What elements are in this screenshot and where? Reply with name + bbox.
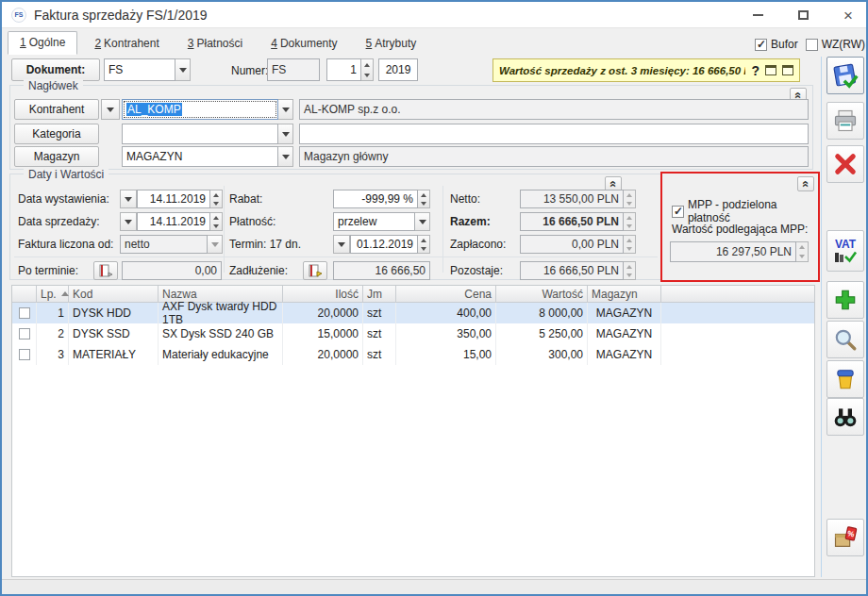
table-row[interactable]: 1 DYSK HDD AXF Dysk twardy HDD 1TB 20,00…	[12, 303, 814, 323]
edit-item-button[interactable]	[826, 321, 864, 358]
kategoria-name-field[interactable]	[299, 124, 809, 144]
header-checkbox-column	[12, 286, 37, 302]
zadluzenie-ledger-button[interactable]	[303, 261, 327, 280]
spinner-arrows[interactable]	[361, 58, 374, 81]
bufor-checkbox-group[interactable]: Bufor	[755, 38, 798, 51]
vat-registry-button[interactable]: VAT	[826, 230, 864, 272]
kontrahent-code-input[interactable]: AL_KOMP	[122, 99, 278, 120]
wz-checkbox[interactable]	[806, 39, 818, 51]
data-wystawienia-label: Data wystawienia:	[18, 192, 109, 206]
close-button[interactable]: ×	[838, 5, 859, 25]
data-wystawienia-control[interactable]: 14.11.2019	[120, 190, 223, 208]
termin-input[interactable]: 01.12.2019	[350, 235, 418, 254]
row-checkbox[interactable]	[19, 307, 30, 319]
toolbar-separator	[821, 57, 822, 577]
magazyn-input[interactable]: MAGAZYN	[122, 146, 278, 167]
plus-icon	[833, 288, 858, 312]
chevron-down-icon[interactable]	[175, 58, 191, 81]
mpp-checkbox[interactable]	[672, 206, 684, 218]
header-jm[interactable]: Jm	[363, 286, 396, 302]
add-item-button[interactable]	[826, 281, 864, 319]
detach-window-icon[interactable]	[782, 65, 793, 75]
row-checkbox[interactable]	[19, 349, 30, 360]
collapse-mpp-button[interactable]	[797, 176, 814, 191]
header-wartosc[interactable]: Wartość	[496, 286, 588, 302]
spinner-arrows[interactable]	[418, 190, 430, 208]
header-cena[interactable]: Cena	[396, 286, 496, 302]
table-row[interactable]: 3 MATERIAŁY Materiały edukacyjne 20,0000…	[12, 344, 814, 365]
chevron-down-icon[interactable]	[278, 146, 293, 167]
header-lp[interactable]: Lp.	[37, 286, 69, 302]
kategoria-combo[interactable]	[122, 124, 293, 144]
rabat-input[interactable]: -999,99 %	[333, 190, 418, 208]
delete-item-button[interactable]	[826, 360, 864, 398]
items-table: Lp. Kod Nazwa Ilość Jm Cena Wartość Maga…	[11, 285, 815, 577]
header-ilosc[interactable]: Ilość	[283, 286, 363, 302]
app-icon: FS	[11, 8, 26, 23]
tab-kontrahent[interactable]: 2Kontrahent	[83, 33, 170, 55]
header-magazyn[interactable]: Magazyn	[588, 286, 661, 302]
maximize-button[interactable]	[793, 5, 813, 25]
kontrahent-split-arrow-button[interactable]	[101, 99, 120, 120]
calendar-dropdown-icon[interactable]	[120, 212, 137, 231]
zadluzenie-field: 16 666,50	[333, 261, 430, 280]
popup-window-icon[interactable]	[765, 65, 776, 75]
kategoria-input[interactable]	[122, 124, 278, 144]
kategoria-button[interactable]: Kategoria	[14, 124, 99, 144]
magazyn-combo[interactable]: MAGAZYN	[122, 146, 293, 167]
spinner-arrows[interactable]	[418, 235, 430, 254]
dokument-type-combo[interactable]: FS	[104, 58, 191, 81]
pozostaje-field: 16 666,50 PLN	[520, 261, 636, 280]
spinner-arrows[interactable]	[210, 212, 223, 231]
spinner-arrows	[624, 190, 636, 208]
save-button[interactable]	[826, 57, 864, 94]
tab-dokumenty[interactable]: 4Dokumenty	[259, 33, 348, 55]
data-wystawienia-input[interactable]: 14.11.2019	[137, 190, 210, 208]
dokument-button[interactable]: Dokument:	[11, 58, 100, 81]
kontrahent-button[interactable]: Kontrahent	[14, 99, 99, 120]
find-item-button[interactable]	[826, 398, 864, 436]
chevron-down-icon	[208, 235, 223, 254]
po-terminie-label: Po terminie:	[18, 264, 78, 277]
mpp-checkbox-group[interactable]: MPP - podzielona płatność	[672, 198, 818, 224]
vat-label: VAT	[835, 239, 856, 250]
print-button[interactable]	[826, 102, 864, 140]
tab-atrybuty[interactable]: 5Atrybuty	[355, 33, 428, 55]
minimize-button[interactable]	[747, 5, 768, 25]
help-icon[interactable]: ?	[751, 63, 760, 78]
calendar-dropdown-icon[interactable]	[120, 190, 137, 208]
po-terminie-ledger-button[interactable]	[93, 261, 118, 280]
spinner-arrows[interactable]	[210, 190, 223, 208]
termin-control[interactable]: 01.12.2019	[333, 235, 430, 254]
numer-year-field[interactable]: 2019	[378, 58, 418, 81]
cancel-x-icon	[832, 151, 859, 177]
tab-ogolne[interactable]: 1Ogólne	[8, 31, 77, 55]
chevron-down-icon[interactable]	[415, 212, 430, 231]
tab-platnosci[interactable]: 3Płatności	[176, 33, 254, 55]
numer-spinner[interactable]: 1	[326, 58, 374, 81]
termin-label: Termin: 17 dn.	[229, 238, 301, 251]
data-sprzedazy-input[interactable]: 14.11.2019	[137, 212, 210, 231]
platnosc-combo[interactable]: przelew	[333, 212, 430, 231]
window-controls: ×	[747, 2, 859, 28]
row-checkbox[interactable]	[19, 328, 30, 339]
table-row[interactable]: 2 DYSK SSD SX Dysk SSD 240 GB 15,0000 sz…	[12, 323, 814, 344]
header-kod[interactable]: Kod	[69, 286, 159, 302]
kontrahent-code-combo[interactable]: AL_KOMP	[122, 99, 293, 120]
rabat-control[interactable]: -999,99 %	[333, 190, 430, 208]
chevron-down-icon[interactable]	[278, 99, 293, 120]
maximize-icon	[798, 10, 809, 20]
bufor-checkbox[interactable]	[755, 39, 767, 51]
po-terminie-field: 0,00	[122, 261, 222, 280]
zaplacono-field: 0,00 PLN	[520, 235, 636, 254]
calendar-dropdown-icon[interactable]	[333, 235, 350, 254]
data-sprzedazy-control[interactable]: 14.11.2019	[120, 212, 223, 231]
minimize-icon	[753, 14, 763, 16]
magazyn-button[interactable]: Magazyn	[14, 146, 99, 167]
cancel-button[interactable]	[826, 145, 864, 183]
chevron-down-icon[interactable]	[278, 124, 293, 144]
status-bar	[2, 579, 866, 594]
wz-checkbox-group[interactable]: WZ(RW)	[806, 38, 865, 51]
magazyn-name-field: Magazyn główny	[299, 146, 809, 167]
discounts-button[interactable]: %	[826, 519, 864, 556]
